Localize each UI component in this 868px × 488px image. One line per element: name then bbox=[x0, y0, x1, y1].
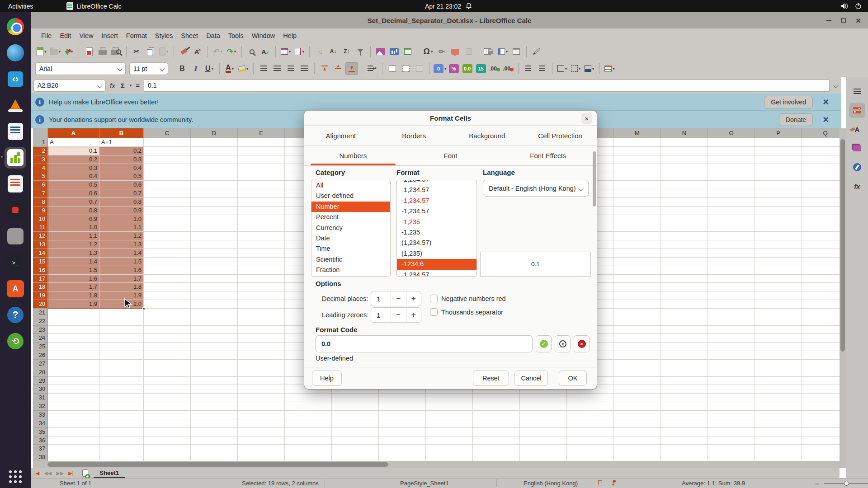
cell-N9[interactable] bbox=[661, 206, 708, 215]
category-item[interactable]: Number bbox=[311, 202, 390, 212]
cell-P8[interactable] bbox=[755, 198, 802, 206]
cell-B20[interactable]: 2.0 bbox=[99, 300, 144, 309]
cell-B21[interactable] bbox=[99, 309, 144, 317]
row-header-18[interactable]: 18 bbox=[33, 283, 48, 291]
cell-E5[interactable] bbox=[238, 172, 285, 181]
cell-D11[interactable] bbox=[191, 223, 238, 232]
media-app-icon[interactable] bbox=[5, 199, 26, 221]
cell-A38[interactable] bbox=[48, 453, 99, 461]
cell-O35[interactable] bbox=[708, 428, 755, 436]
cell-P24[interactable] bbox=[755, 334, 802, 343]
cell-P11[interactable] bbox=[755, 223, 802, 232]
row-header-33[interactable]: 33 bbox=[33, 411, 48, 419]
firefox-icon[interactable] bbox=[5, 42, 26, 64]
cell-M24[interactable] bbox=[614, 334, 661, 343]
cell-J33[interactable] bbox=[473, 411, 520, 419]
cell-N14[interactable] bbox=[661, 249, 708, 258]
cell-Q37[interactable] bbox=[802, 445, 840, 453]
cell-Q31[interactable] bbox=[802, 394, 840, 402]
column-header-Q[interactable]: Q bbox=[802, 128, 840, 138]
unmerge-cells-button[interactable] bbox=[413, 62, 426, 75]
cell-C26[interactable] bbox=[144, 351, 191, 360]
category-item[interactable]: Currency bbox=[311, 223, 390, 233]
cell-N20[interactable] bbox=[661, 300, 708, 309]
cell-C23[interactable] bbox=[144, 326, 191, 334]
cell-N11[interactable] bbox=[661, 223, 708, 232]
cell-A8[interactable]: 0.7 bbox=[48, 198, 99, 206]
cell-Q29[interactable] bbox=[802, 377, 840, 385]
cell-L34[interactable] bbox=[567, 419, 614, 428]
minimize-button[interactable] bbox=[826, 20, 831, 21]
conditional-formatting-button[interactable]: ▾ bbox=[604, 62, 616, 75]
cell-A11[interactable]: 1.0 bbox=[48, 223, 99, 232]
cell-O33[interactable] bbox=[708, 411, 755, 419]
cell-M35[interactable] bbox=[614, 428, 661, 436]
cell-M9[interactable] bbox=[614, 206, 661, 215]
row-header-36[interactable]: 36 bbox=[33, 436, 48, 445]
cell-A22[interactable] bbox=[48, 317, 99, 326]
format-listbox[interactable]: -1,234.57-1,234.57-1,234.57-1,234.57-1,2… bbox=[396, 180, 477, 277]
cell-O27[interactable] bbox=[708, 360, 755, 368]
cell-O32[interactable] bbox=[708, 402, 755, 411]
window-title-bar[interactable]: Set_Decimal_Separator_Dot.xlsx - LibreOf… bbox=[31, 12, 868, 28]
freeze-panes-button[interactable]: ▾ bbox=[496, 45, 509, 58]
cell-B8[interactable]: 0.8 bbox=[99, 198, 144, 206]
cell-M13[interactable] bbox=[614, 240, 661, 249]
cell-N26[interactable] bbox=[661, 351, 708, 360]
sidebar-navigator-icon[interactable] bbox=[849, 160, 865, 175]
zoom-slider-knob[interactable] bbox=[844, 481, 849, 486]
cell-B9[interactable]: 0.9 bbox=[99, 206, 144, 215]
decimal-plus-button[interactable]: + bbox=[406, 291, 421, 306]
format-item[interactable]: -1,234.57 bbox=[397, 185, 476, 195]
cell-Q33[interactable] bbox=[802, 411, 840, 419]
cell-M6[interactable] bbox=[614, 181, 661, 189]
cell-D34[interactable] bbox=[191, 419, 238, 428]
cell-C38[interactable] bbox=[144, 453, 191, 461]
cell-B25[interactable] bbox=[99, 343, 144, 351]
copy-button[interactable] bbox=[144, 45, 156, 58]
cell-Q14[interactable] bbox=[802, 249, 840, 258]
cell-P4[interactable] bbox=[755, 164, 802, 173]
cell-B34[interactable] bbox=[99, 419, 144, 428]
cell-D7[interactable] bbox=[191, 189, 238, 198]
row-header-9[interactable]: 9 bbox=[33, 206, 48, 215]
decimal-minus-button[interactable]: − bbox=[391, 291, 406, 306]
column-header-E[interactable]: E bbox=[238, 128, 285, 138]
cell-F33[interactable] bbox=[285, 411, 332, 419]
row-header-27[interactable]: 27 bbox=[33, 360, 48, 368]
cell-O8[interactable] bbox=[708, 198, 755, 206]
dialog-tab[interactable]: Borders bbox=[377, 126, 451, 145]
print-button[interactable] bbox=[96, 45, 109, 58]
cell-E27[interactable] bbox=[238, 360, 285, 368]
row-header-8[interactable]: 8 bbox=[33, 198, 48, 206]
cell-M21[interactable] bbox=[614, 309, 661, 317]
draw-functions-button[interactable] bbox=[530, 45, 543, 58]
menu-item[interactable]: Tools bbox=[224, 30, 248, 41]
cell-Q17[interactable] bbox=[802, 275, 840, 283]
cell-P33[interactable] bbox=[755, 411, 802, 419]
row-header-6[interactable]: 6 bbox=[33, 181, 48, 189]
cell-D1[interactable] bbox=[191, 138, 238, 147]
menu-item[interactable]: File bbox=[37, 30, 56, 41]
help-app-icon[interactable]: ? bbox=[5, 304, 26, 326]
power-icon[interactable] bbox=[855, 3, 862, 9]
cell-B36[interactable] bbox=[99, 436, 144, 445]
format-currency-button[interactable]: 0▾ bbox=[434, 62, 447, 75]
function-wizard-button[interactable]: fx bbox=[108, 82, 117, 89]
cell-C37[interactable] bbox=[144, 445, 191, 453]
cell-D32[interactable] bbox=[191, 402, 238, 411]
format-item[interactable]: -1234.6 bbox=[397, 259, 476, 269]
cell-Q27[interactable] bbox=[802, 360, 840, 368]
cell-G36[interactable] bbox=[332, 436, 379, 445]
column-header-A[interactable]: A bbox=[48, 128, 99, 138]
cell-Q4[interactable] bbox=[802, 164, 840, 173]
wrap-text-button[interactable]: ↩ bbox=[366, 62, 378, 75]
cell-B32[interactable] bbox=[99, 402, 144, 411]
cell-Q7[interactable] bbox=[802, 189, 840, 198]
format-item[interactable]: -1,234.57 bbox=[397, 196, 476, 206]
find-replace-button[interactable] bbox=[245, 45, 258, 58]
cell-D21[interactable] bbox=[191, 309, 238, 317]
format-item[interactable]: -1,234.57 bbox=[397, 180, 476, 185]
cell-M16[interactable] bbox=[614, 266, 661, 275]
expand-formula-bar-icon[interactable] bbox=[833, 83, 838, 88]
